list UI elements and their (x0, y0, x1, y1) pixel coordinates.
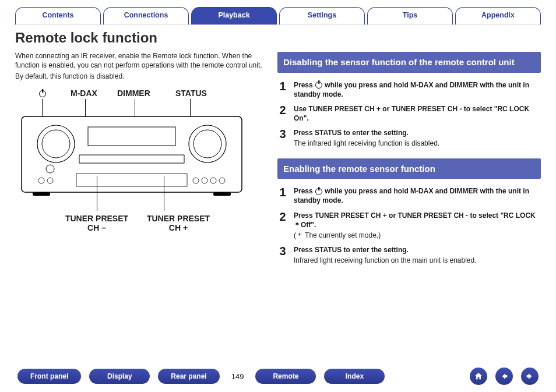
step-a2: 2 Use TUNER PRESET CH + or TUNER PRESET … (277, 103, 541, 125)
svg-point-15 (219, 178, 225, 183)
section-header-enable: Enabling the remote sensor function (277, 158, 541, 179)
power-icon (315, 82, 322, 89)
device-illustration: M-DAX DIMMER STATUS (15, 89, 266, 257)
link-index[interactable]: Index (324, 369, 385, 384)
svg-point-14 (210, 178, 216, 183)
prev-page-button[interactable] (495, 368, 513, 385)
label-power (38, 89, 47, 98)
top-tabs: Contents Connections Playback Settings T… (15, 7, 541, 25)
svg-point-10 (47, 178, 53, 183)
svg-point-16 (46, 165, 54, 173)
page-title: Remote lock function (15, 30, 541, 46)
svg-rect-7 (88, 127, 175, 146)
svg-point-13 (202, 178, 207, 183)
svg-point-12 (193, 178, 199, 183)
svg-point-4 (42, 130, 70, 158)
step-a3: 3 Press STATUS to enter the setting.The … (277, 126, 541, 150)
power-icon (39, 90, 46, 97)
step-a1: 1 Press while you press and hold M-DAX a… (277, 79, 541, 101)
link-display[interactable]: Display (89, 369, 150, 384)
svg-rect-11 (76, 174, 187, 186)
svg-rect-8 (79, 155, 184, 163)
power-icon (315, 188, 322, 195)
label-status: STATUS (175, 89, 207, 98)
arrow-right-icon (525, 372, 534, 381)
label-preset-plus: TUNER PRESETCH + (138, 214, 219, 232)
svg-point-6 (193, 130, 221, 158)
svg-rect-1 (33, 192, 50, 196)
link-remote[interactable]: Remote (255, 369, 316, 384)
tab-contents[interactable]: Contents (15, 7, 101, 24)
home-icon (474, 372, 483, 381)
next-page-button[interactable] (521, 368, 539, 385)
home-button[interactable] (470, 368, 487, 385)
link-rear-panel[interactable]: Rear panel (158, 369, 219, 384)
steps-enable: 1 Press while you press and hold M-DAX a… (277, 185, 541, 267)
section-header-disable: Disabling the sensor function of the rem… (277, 52, 541, 73)
label-dimmer: DIMMER (117, 89, 150, 98)
label-preset-minus: TUNER PRESETCH – (56, 214, 138, 232)
step-num: 1 (277, 186, 288, 205)
step-b3: 3 Press STATUS to enter the setting.Infr… (277, 243, 541, 267)
link-front-panel[interactable]: Front panel (17, 369, 81, 384)
tab-settings[interactable]: Settings (279, 7, 365, 24)
step-num: 3 (277, 245, 288, 265)
page-number: 149 (231, 372, 244, 381)
arrow-left-icon (499, 372, 509, 381)
step-num: 3 (277, 128, 288, 148)
step-b2: 2 Press TUNER PRESET CH + or TUNER PRESE… (277, 209, 541, 242)
label-mdax: M-DAX (71, 89, 97, 98)
bottom-bar: Front panel Display Rear panel 149 Remot… (0, 368, 556, 385)
step-num: 2 (277, 104, 288, 123)
tab-appendix[interactable]: Appendix (455, 7, 541, 24)
tab-playback[interactable]: Playback (191, 7, 277, 24)
step-num: 2 (277, 211, 288, 241)
svg-rect-2 (213, 192, 231, 196)
step-b1: 1 Press while you press and hold M-DAX a… (277, 185, 541, 207)
intro-text: When connecting an IR receiver, enable t… (15, 51, 266, 82)
step-num: 1 (277, 80, 288, 99)
intro-line-2: By default, this function is disabled. (15, 72, 266, 81)
tab-tips[interactable]: Tips (367, 7, 453, 24)
receiver-svg (21, 112, 242, 196)
intro-line-1: When connecting an IR receiver, enable t… (15, 51, 266, 70)
tab-connections[interactable]: Connections (103, 7, 189, 24)
svg-point-9 (38, 178, 44, 183)
steps-disable: 1 Press while you press and hold M-DAX a… (277, 79, 541, 150)
